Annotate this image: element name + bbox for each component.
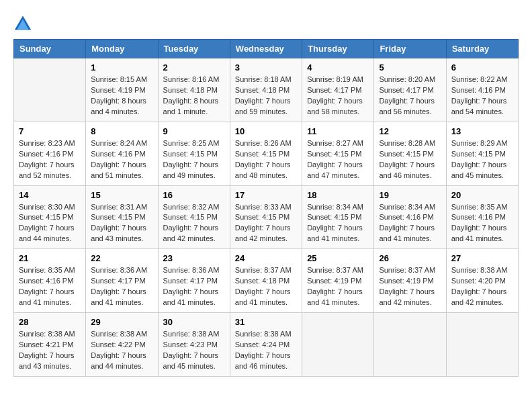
header-wednesday: Wednesday <box>230 40 302 58</box>
day-number: 2 <box>163 62 225 73</box>
calendar-week-4: 28Sunrise: 8:38 AMSunset: 4:21 PMDayligh… <box>14 313 519 377</box>
calendar-cell <box>14 58 86 122</box>
calendar-cell <box>302 313 374 377</box>
calendar-table: SundayMondayTuesdayWednesdayThursdayFrid… <box>13 39 519 377</box>
day-info: Sunrise: 8:31 AMSunset: 4:15 PMDaylight:… <box>91 202 152 245</box>
day-number: 22 <box>91 253 152 263</box>
day-info: Sunrise: 8:19 AMSunset: 4:17 PMDaylight:… <box>307 75 369 118</box>
day-number: 16 <box>163 190 225 200</box>
calendar-cell: 8Sunrise: 8:24 AMSunset: 4:16 PMDaylight… <box>86 122 158 185</box>
day-info: Sunrise: 8:37 AMSunset: 4:19 PMDaylight:… <box>379 265 441 308</box>
calendar-cell <box>446 313 518 377</box>
calendar-cell: 27Sunrise: 8:38 AMSunset: 4:20 PMDayligh… <box>446 249 518 313</box>
day-number: 18 <box>307 190 369 200</box>
logo <box>13 13 35 32</box>
day-info: Sunrise: 8:37 AMSunset: 4:19 PMDaylight:… <box>307 265 369 308</box>
calendar-cell: 11Sunrise: 8:27 AMSunset: 4:15 PMDayligh… <box>302 122 374 185</box>
calendar-cell: 2Sunrise: 8:16 AMSunset: 4:18 PMDaylight… <box>158 58 230 122</box>
day-number: 31 <box>235 317 297 327</box>
day-info: Sunrise: 8:36 AMSunset: 4:17 PMDaylight:… <box>91 265 152 308</box>
day-info: Sunrise: 8:22 AMSunset: 4:16 PMDaylight:… <box>451 75 513 118</box>
day-info: Sunrise: 8:15 AMSunset: 4:19 PMDaylight:… <box>91 75 152 118</box>
header-thursday: Thursday <box>302 40 374 58</box>
header-sunday: Sunday <box>14 40 86 58</box>
calendar-cell: 16Sunrise: 8:32 AMSunset: 4:15 PMDayligh… <box>158 185 230 249</box>
page-header <box>13 13 519 32</box>
calendar-cell: 15Sunrise: 8:31 AMSunset: 4:15 PMDayligh… <box>86 185 158 249</box>
day-info: Sunrise: 8:30 AMSunset: 4:15 PMDaylight:… <box>19 202 81 245</box>
day-number: 28 <box>19 317 81 327</box>
calendar-cell: 4Sunrise: 8:19 AMSunset: 4:17 PMDaylight… <box>302 58 374 122</box>
day-number: 8 <box>91 126 152 136</box>
calendar-cell: 18Sunrise: 8:34 AMSunset: 4:15 PMDayligh… <box>302 185 374 249</box>
calendar-cell: 19Sunrise: 8:34 AMSunset: 4:16 PMDayligh… <box>374 185 446 249</box>
calendar-week-0: 1Sunrise: 8:15 AMSunset: 4:19 PMDaylight… <box>14 58 519 122</box>
calendar-cell: 21Sunrise: 8:35 AMSunset: 4:16 PMDayligh… <box>14 249 86 313</box>
calendar-week-2: 14Sunrise: 8:30 AMSunset: 4:15 PMDayligh… <box>14 185 519 249</box>
day-number: 29 <box>91 317 152 327</box>
day-number: 30 <box>163 317 225 327</box>
calendar-week-1: 7Sunrise: 8:23 AMSunset: 4:16 PMDaylight… <box>14 122 519 185</box>
day-info: Sunrise: 8:32 AMSunset: 4:15 PMDaylight:… <box>163 202 225 245</box>
calendar-header-row: SundayMondayTuesdayWednesdayThursdayFrid… <box>14 40 519 58</box>
calendar-week-3: 21Sunrise: 8:35 AMSunset: 4:16 PMDayligh… <box>14 249 519 313</box>
day-number: 6 <box>451 62 513 73</box>
calendar-cell <box>374 313 446 377</box>
calendar-cell: 1Sunrise: 8:15 AMSunset: 4:19 PMDaylight… <box>86 58 158 122</box>
calendar-cell: 17Sunrise: 8:33 AMSunset: 4:15 PMDayligh… <box>230 185 302 249</box>
day-number: 23 <box>163 253 225 263</box>
day-info: Sunrise: 8:34 AMSunset: 4:16 PMDaylight:… <box>379 202 441 245</box>
day-number: 19 <box>379 190 441 200</box>
calendar-cell: 24Sunrise: 8:37 AMSunset: 4:18 PMDayligh… <box>230 249 302 313</box>
header-saturday: Saturday <box>446 40 518 58</box>
header-monday: Monday <box>86 40 158 58</box>
calendar-cell: 26Sunrise: 8:37 AMSunset: 4:19 PMDayligh… <box>374 249 446 313</box>
day-info: Sunrise: 8:34 AMSunset: 4:15 PMDaylight:… <box>307 202 369 245</box>
day-number: 4 <box>307 62 369 73</box>
day-number: 3 <box>235 62 297 73</box>
logo-icon <box>13 13 32 32</box>
day-number: 9 <box>163 126 225 136</box>
day-info: Sunrise: 8:25 AMSunset: 4:15 PMDaylight:… <box>163 138 225 181</box>
day-number: 15 <box>91 190 152 200</box>
day-info: Sunrise: 8:20 AMSunset: 4:17 PMDaylight:… <box>379 75 441 118</box>
day-number: 5 <box>379 62 441 73</box>
day-number: 13 <box>451 126 513 136</box>
day-info: Sunrise: 8:16 AMSunset: 4:18 PMDaylight:… <box>163 75 225 118</box>
day-info: Sunrise: 8:27 AMSunset: 4:15 PMDaylight:… <box>307 138 369 181</box>
header-friday: Friday <box>374 40 446 58</box>
calendar-cell: 31Sunrise: 8:38 AMSunset: 4:24 PMDayligh… <box>230 313 302 377</box>
day-number: 26 <box>379 253 441 263</box>
calendar-cell: 20Sunrise: 8:35 AMSunset: 4:16 PMDayligh… <box>446 185 518 249</box>
day-number: 17 <box>235 190 297 200</box>
day-info: Sunrise: 8:37 AMSunset: 4:18 PMDaylight:… <box>235 265 297 308</box>
day-number: 24 <box>235 253 297 263</box>
calendar-cell: 22Sunrise: 8:36 AMSunset: 4:17 PMDayligh… <box>86 249 158 313</box>
calendar-cell: 13Sunrise: 8:29 AMSunset: 4:15 PMDayligh… <box>446 122 518 185</box>
day-info: Sunrise: 8:38 AMSunset: 4:20 PMDaylight:… <box>451 265 513 308</box>
calendar-cell: 23Sunrise: 8:36 AMSunset: 4:17 PMDayligh… <box>158 249 230 313</box>
day-number: 11 <box>307 126 369 136</box>
day-info: Sunrise: 8:38 AMSunset: 4:23 PMDaylight:… <box>163 329 225 372</box>
day-info: Sunrise: 8:35 AMSunset: 4:16 PMDaylight:… <box>19 265 81 308</box>
day-info: Sunrise: 8:18 AMSunset: 4:18 PMDaylight:… <box>235 75 297 118</box>
day-info: Sunrise: 8:26 AMSunset: 4:15 PMDaylight:… <box>235 138 297 181</box>
day-info: Sunrise: 8:24 AMSunset: 4:16 PMDaylight:… <box>91 138 152 181</box>
day-number: 12 <box>379 126 441 136</box>
day-number: 1 <box>91 62 152 73</box>
calendar-cell: 5Sunrise: 8:20 AMSunset: 4:17 PMDaylight… <box>374 58 446 122</box>
day-number: 14 <box>19 190 81 200</box>
calendar-cell: 7Sunrise: 8:23 AMSunset: 4:16 PMDaylight… <box>14 122 86 185</box>
day-number: 25 <box>307 253 369 263</box>
day-info: Sunrise: 8:38 AMSunset: 4:22 PMDaylight:… <box>91 329 152 372</box>
calendar-cell: 14Sunrise: 8:30 AMSunset: 4:15 PMDayligh… <box>14 185 86 249</box>
calendar-cell: 3Sunrise: 8:18 AMSunset: 4:18 PMDaylight… <box>230 58 302 122</box>
day-info: Sunrise: 8:33 AMSunset: 4:15 PMDaylight:… <box>235 202 297 245</box>
calendar-cell: 9Sunrise: 8:25 AMSunset: 4:15 PMDaylight… <box>158 122 230 185</box>
calendar-cell: 29Sunrise: 8:38 AMSunset: 4:22 PMDayligh… <box>86 313 158 377</box>
calendar-cell: 10Sunrise: 8:26 AMSunset: 4:15 PMDayligh… <box>230 122 302 185</box>
day-info: Sunrise: 8:35 AMSunset: 4:16 PMDaylight:… <box>451 202 513 245</box>
calendar-cell: 30Sunrise: 8:38 AMSunset: 4:23 PMDayligh… <box>158 313 230 377</box>
day-number: 21 <box>19 253 81 263</box>
calendar-cell: 6Sunrise: 8:22 AMSunset: 4:16 PMDaylight… <box>446 58 518 122</box>
